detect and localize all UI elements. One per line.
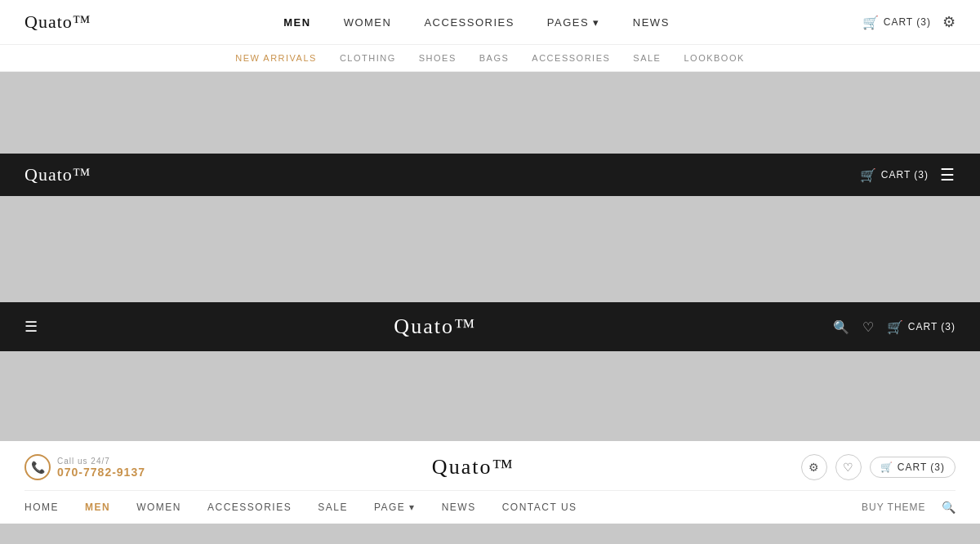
main-nav-item[interactable]: WOMEN	[344, 16, 392, 29]
call-text: Call us 24/7 070-7782-9137	[57, 457, 145, 479]
subnav: NEW ARRIVALSCLOTHINGSHOESBAGSACCESSORIES…	[0, 45, 980, 72]
header3-right: 🔍 ♡ 🛒 CART (3)	[833, 319, 956, 335]
header4-nav-item[interactable]: WOMEN	[136, 502, 181, 513]
main-nav-item[interactable]: PAGES ▾	[547, 16, 600, 29]
search-icon-header4[interactable]: 🔍	[942, 501, 956, 514]
header4-nav-item[interactable]: PAGE ▾	[374, 502, 416, 513]
main-nav-item[interactable]: NEWS	[633, 16, 670, 29]
logo-header1[interactable]: Quato™	[24, 11, 91, 33]
header-3: ☰ Quato™ 🔍 ♡ 🛒 CART (3)	[0, 302, 980, 351]
cart-label-header2: CART (3)	[881, 169, 929, 181]
logo-header4[interactable]: Quato™	[432, 455, 514, 479]
subnav-item[interactable]: BAGS	[479, 53, 510, 63]
header4-nav: HOMEMENWOMENACCESSORIESSALEPAGE ▾NEWSCON…	[24, 490, 956, 524]
header3-left: ☰	[24, 318, 38, 336]
header4-top: 📞 Call us 24/7 070-7782-9137 Quato™ ⚙ ♡ …	[24, 454, 956, 480]
main-nav-item[interactable]: MEN	[283, 16, 310, 29]
heart-icon-header3[interactable]: ♡	[862, 319, 874, 335]
subnav-item[interactable]: LOOKBOOK	[684, 53, 744, 63]
header4-nav-item[interactable]: MEN	[85, 502, 110, 513]
gear-icon-header1[interactable]: ⚙	[942, 13, 956, 31]
main-nav-item[interactable]: ACCESSORIES	[424, 16, 514, 29]
logo-header3[interactable]: Quato™	[38, 314, 833, 339]
cart-button-header4[interactable]: 🛒 CART (3)	[870, 457, 956, 478]
call-number[interactable]: 070-7782-9137	[57, 466, 145, 479]
cart-icon-header1: 🛒	[862, 15, 880, 30]
subnav-item[interactable]: SHOES	[419, 53, 457, 63]
header4-nav-item[interactable]: NEWS	[442, 502, 476, 513]
header4-nav-item[interactable]: SALE	[318, 502, 348, 513]
cart-button-header2[interactable]: 🛒 CART (3)	[860, 167, 929, 183]
gray-band-1	[0, 72, 980, 154]
cart-label-header4: CART (3)	[898, 462, 945, 473]
header4-nav-item[interactable]: ACCESSORIES	[207, 502, 292, 513]
call-label: Call us 24/7	[57, 457, 145, 466]
header2-right: 🛒 CART (3) ☰	[860, 165, 956, 185]
logo-header2[interactable]: Quato™	[24, 164, 91, 185]
search-icon-header3[interactable]: 🔍	[833, 319, 849, 335]
header4-nav-item[interactable]: HOME	[24, 502, 59, 513]
cart-label-header3: CART (3)	[908, 321, 956, 332]
phone-icon: 📞	[24, 454, 51, 480]
cart-label-header1: CART (3)	[884, 16, 931, 28]
gear-button-header4[interactable]: ⚙	[801, 454, 827, 480]
heart-button-header4[interactable]: ♡	[835, 454, 862, 480]
cart-button-header1[interactable]: 🛒 CART (3)	[862, 15, 931, 30]
cart-icon-header2: 🛒	[860, 167, 877, 183]
bottom-gray	[0, 524, 980, 544]
header-4: 📞 Call us 24/7 070-7782-9137 Quato™ ⚙ ♡ …	[0, 441, 980, 524]
hamburger-icon-header3[interactable]: ☰	[24, 318, 38, 336]
subnav-item[interactable]: NEW ARRIVALS	[235, 53, 317, 63]
cart-icon-header3: 🛒	[887, 319, 904, 335]
cart-icon-header4: 🛒	[880, 462, 893, 473]
subnav-item[interactable]: CLOTHING	[340, 53, 396, 63]
buy-theme-search: 🔍	[862, 501, 956, 514]
subnav-item[interactable]: SALE	[633, 53, 661, 63]
subnav-item[interactable]: ACCESSORIES	[532, 53, 610, 63]
main-nav: MENWOMENACCESSORIESPAGES ▾NEWS	[283, 15, 670, 29]
header4-nav-item[interactable]: CONTACT US	[502, 502, 577, 513]
header4-right: ⚙ ♡ 🛒 CART (3)	[801, 454, 956, 480]
buy-theme-input[interactable]	[862, 502, 935, 513]
gray-band-2	[0, 196, 980, 302]
header-1: Quato™ MENWOMENACCESSORIESPAGES ▾NEWS 🛒 …	[0, 0, 980, 45]
gray-band-3	[0, 351, 980, 441]
call-us: 📞 Call us 24/7 070-7782-9137	[24, 454, 145, 480]
cart-button-header3[interactable]: 🛒 CART (3)	[887, 319, 956, 335]
hamburger-icon-header2[interactable]: ☰	[940, 165, 956, 185]
header1-right: 🛒 CART (3) ⚙	[862, 13, 956, 31]
header-2: Quato™ 🛒 CART (3) ☰	[0, 154, 980, 196]
